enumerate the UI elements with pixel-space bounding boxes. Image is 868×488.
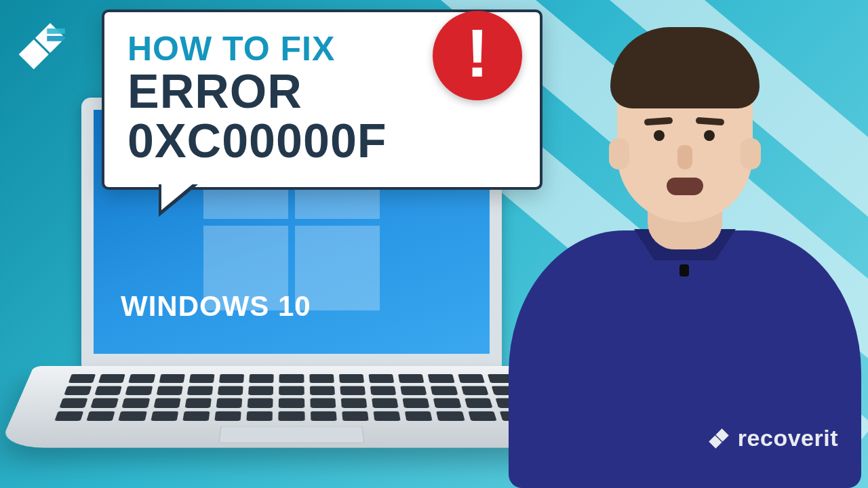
laptop-keyboard [54,374,528,421]
svg-rect-2 [47,28,65,34]
shirt-brand-text: recoverit [738,425,838,451]
presenter-person: recoverit [495,41,868,488]
os-label: WINDOWS 10 [121,290,311,323]
laptop-trackpad [219,426,365,443]
title-line-3: 0XC00000F [127,117,517,167]
svg-rect-3 [47,36,65,41]
shirt-brand: recoverit [707,425,838,451]
brand-logo-icon [16,19,69,72]
exclamation-mark: ! [466,19,488,87]
title-speech-bubble: HOW TO FIX ERROR 0XC00000F ! [102,9,542,190]
shirt-brand-icon [707,426,731,451]
lapel-mic-icon [679,264,689,277]
thumbnail-stage: WINDOWS 10 HOW TO FIX ERROR 0XC00000F ! [0,0,868,488]
